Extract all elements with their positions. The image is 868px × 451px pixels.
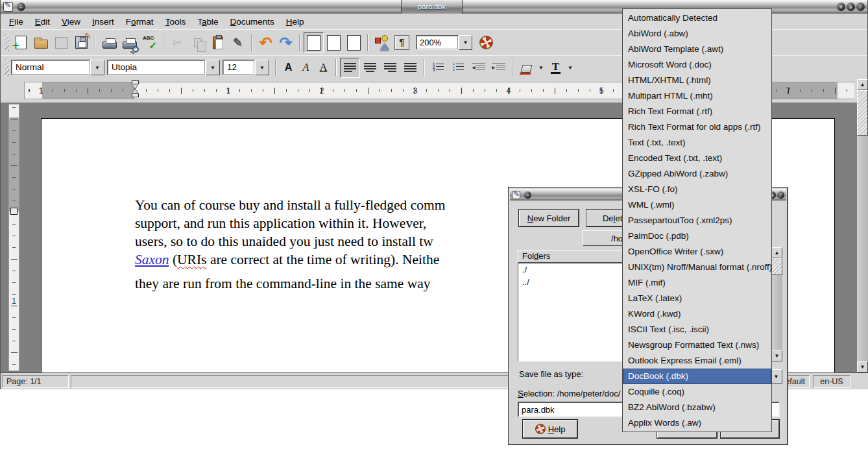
indent-triangle-up[interactable] [132, 89, 138, 93]
spellcheck-button[interactable]: ABC✓ [139, 32, 160, 53]
scroll-up-icon[interactable]: ▲ [771, 247, 782, 258]
file-type-option[interactable]: Encoded Text (.txt, .text) [623, 151, 771, 166]
close-icon[interactable]: ╱ [856, 3, 865, 11]
file-type-option[interactable]: Rich Text Format (.rtf) [623, 104, 771, 119]
menu-item[interactable]: Help [280, 16, 310, 28]
folder-list-item[interactable]: ./ [518, 263, 623, 276]
zoom-input[interactable] [416, 35, 459, 50]
folder-list-item[interactable]: ../ [518, 276, 623, 288]
view-two-column-button[interactable] [324, 32, 344, 53]
indent-triangle-down[interactable] [132, 84, 138, 89]
new-folder-button[interactable]: New Folder [519, 210, 579, 226]
menu-item[interactable]: View [56, 16, 86, 28]
font-combo-arrow[interactable]: ▼ [206, 60, 220, 75]
align-right-button[interactable] [380, 58, 400, 78]
file-type-option[interactable]: BZ2 AbiWord (.bzabw) [623, 400, 771, 415]
left-indent-handle[interactable] [132, 93, 139, 97]
align-justify-button[interactable] [400, 58, 420, 78]
style-combo-arrow[interactable]: ▼ [90, 60, 104, 75]
help-button[interactable]: Help [523, 420, 577, 438]
help-button[interactable] [476, 32, 496, 53]
open-button[interactable] [31, 32, 51, 53]
scrollbar-thumb[interactable] [857, 90, 868, 136]
menu-item[interactable]: Tools [160, 16, 192, 28]
maximize-icon[interactable]: ▲ [847, 3, 855, 11]
highlight-color-arrow[interactable]: ▼ [536, 60, 546, 75]
print-preview-button[interactable] [119, 32, 139, 53]
scroll-down-icon[interactable]: ▼ [857, 361, 868, 372]
file-type-option[interactable]: ISCII Text (.isc, .iscii) [623, 322, 771, 337]
decrease-indent-button[interactable]: ◄ [468, 58, 488, 78]
file-type-option[interactable]: MIF (.mif) [623, 275, 771, 291]
bold-button[interactable]: A [280, 58, 297, 78]
menu-item[interactable]: Documents [224, 16, 280, 28]
print-button[interactable] [99, 32, 119, 53]
vertical-ruler[interactable]: 1 [8, 104, 19, 371]
zoom-dropdown-arrow[interactable]: ▼ [459, 35, 472, 50]
view-one-column-button[interactable] [304, 32, 324, 53]
text-color-button[interactable]: T [546, 58, 566, 78]
new-document-button[interactable]: + [11, 32, 31, 53]
file-type-option[interactable]: Outlook Express Email (.eml) [623, 353, 771, 369]
menu-item[interactable]: Edit [29, 16, 56, 28]
scrollbar-thumb[interactable] [771, 258, 782, 275]
insert-graphic-button[interactable] [372, 32, 392, 53]
align-left-button[interactable] [340, 58, 360, 78]
view-three-column-button[interactable] [344, 32, 364, 53]
indent-marker[interactable] [130, 80, 139, 97]
file-type-option[interactable]: Multipart HTML (.mht) [623, 88, 771, 104]
paste-button[interactable] [208, 32, 228, 53]
folders-list[interactable]: ./../ [518, 263, 623, 361]
file-type-option[interactable]: Applix Words (.aw) [623, 415, 771, 431]
file-type-option[interactable]: PassepartoutToo (.xml2ps) [623, 213, 771, 228]
font-combo[interactable]: Utopia [107, 60, 206, 75]
file-type-option[interactable]: HTML/XHTML (.html) [623, 73, 771, 88]
show-formatting-marks-button[interactable]: ¶ [392, 32, 412, 53]
redo-button[interactable]: ↷ [276, 32, 296, 53]
menu-item[interactable]: Format [120, 16, 160, 28]
scroll-down-icon[interactable]: ▼ [771, 350, 782, 361]
file-type-option[interactable]: AbiWord (.abw) [623, 26, 771, 42]
menu-item[interactable]: Insert [86, 16, 120, 28]
save-as-button[interactable]: ✎ [71, 32, 91, 53]
file-type-option[interactable]: Microsoft Word (.doc) [623, 57, 771, 73]
file-type-option[interactable]: Text (.txt, .text) [623, 135, 771, 151]
file-type-option[interactable]: WML (.wml) [623, 197, 771, 213]
bullet-list-button[interactable]: • • • [448, 58, 468, 78]
top-margin-handle[interactable] [10, 208, 18, 215]
underline-button[interactable]: A [315, 58, 332, 78]
file-type-option[interactable]: LaTeX (.latex) [623, 291, 771, 306]
file-type-option[interactable]: AbiWord Template (.awt) [623, 42, 771, 57]
file-type-option[interactable]: XSL-FO (.fo) [623, 182, 771, 197]
file-type-option[interactable]: Automatically Detected [623, 10, 771, 26]
window-menu-button[interactable]: – [17, 3, 25, 11]
toolbar-grip[interactable] [5, 59, 9, 76]
file-type-option[interactable]: OpenOffice Writer (.sxw) [623, 244, 771, 260]
menu-item[interactable]: Table [191, 16, 224, 28]
minimize-icon[interactable]: ▼ [837, 3, 845, 11]
numbered-list-button[interactable]: 1 2 3 [428, 58, 448, 78]
file-type-option[interactable]: Rich Text Format for old apps (.rtf) [623, 119, 771, 135]
window-menu-button[interactable]: – [524, 191, 531, 199]
font-size-combo[interactable]: 12 [223, 60, 255, 75]
undo-button[interactable]: ↶ [256, 32, 276, 53]
close-icon[interactable]: ╱ [777, 191, 784, 199]
menu-item[interactable]: File [3, 16, 29, 28]
file-type-option[interactable]: PalmDoc (.pdb) [623, 228, 771, 244]
file-type-option[interactable]: DocBook (.dbk) [623, 369, 771, 384]
font-size-combo-arrow[interactable]: ▼ [255, 60, 269, 75]
toolbar-grip[interactable] [5, 34, 9, 51]
folders-column-header[interactable]: Folders [518, 250, 623, 263]
scroll-up-icon[interactable]: ▲ [857, 79, 868, 90]
highlight-color-button[interactable] [516, 58, 536, 78]
file-type-option[interactable]: UNIX(tm) Nroff/Manual format (.nroff) [623, 260, 771, 275]
italic-button[interactable]: A [297, 58, 315, 78]
hyperlink-saxon[interactable]: Saxon [135, 252, 169, 267]
style-combo[interactable]: Normal [11, 60, 90, 75]
file-type-option[interactable]: Coquille (.coq) [623, 384, 771, 400]
align-center-button[interactable] [360, 58, 380, 78]
file-type-option[interactable]: GZipped AbiWord (.zabw) [623, 166, 771, 182]
format-painter-button[interactable]: ✎ [228, 32, 248, 53]
file-type-option[interactable]: KWord (.kwd) [623, 306, 771, 322]
text-color-arrow[interactable]: ▼ [566, 60, 575, 75]
